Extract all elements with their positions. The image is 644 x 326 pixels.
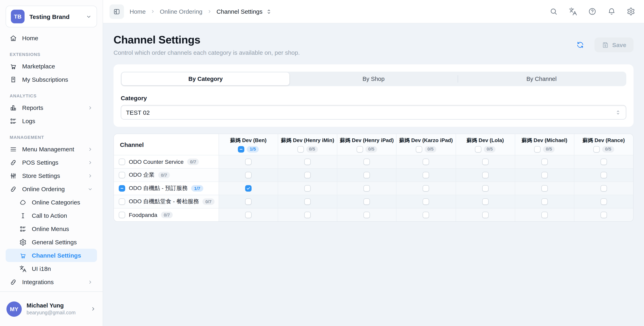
checkbox[interactable] [534, 146, 540, 152]
checkbox[interactable] [297, 146, 304, 152]
sidebar-item-online-categories[interactable]: Online Categories [6, 196, 97, 209]
checkbox[interactable] [364, 198, 370, 205]
sidebar-item-marketplace[interactable]: Marketplace [6, 60, 97, 73]
checkbox[interactable] [364, 172, 370, 178]
breadcrumb-home[interactable]: Home [130, 8, 146, 15]
user-menu[interactable]: MY Michael Yung bearyung@gmail.com [0, 292, 103, 326]
breadcrumb-switch-icon[interactable] [266, 8, 272, 15]
checkbox[interactable] [364, 158, 370, 165]
checkbox[interactable] [245, 198, 252, 205]
sidebar-item-online-menus[interactable]: Online Menus [6, 222, 97, 236]
checkbox[interactable] [423, 212, 429, 218]
count-badge: 0/5 [306, 146, 318, 152]
sidebar-item-label: Menu Management [22, 146, 74, 152]
checkbox[interactable] [245, 172, 252, 178]
checkbox[interactable] [119, 185, 125, 192]
ui-i18n-icon [19, 265, 26, 272]
checkbox[interactable] [416, 146, 422, 152]
checkbox[interactable] [238, 146, 244, 152]
checkbox[interactable] [245, 185, 252, 192]
checkbox[interactable] [304, 198, 311, 205]
checkbox[interactable] [364, 212, 370, 218]
sidebar-item-ui-i18n[interactable]: UI i18n [6, 262, 97, 275]
page-actions: Save [576, 38, 634, 52]
checkbox[interactable] [119, 212, 125, 218]
sidebar-item-general-settings[interactable]: General Settings [6, 236, 97, 249]
save-button[interactable]: Save [594, 38, 634, 52]
sidebar-toggle-button[interactable] [110, 4, 124, 19]
checkbox[interactable] [119, 158, 125, 165]
shop-cell [574, 182, 633, 195]
sidebar-item-call-to-action[interactable]: Call to Action [6, 209, 97, 222]
sidebar-item-online-ordering[interactable]: Online Ordering [6, 182, 97, 196]
sidebar-item-integrations[interactable]: Integrations [6, 275, 97, 288]
help-icon[interactable] [588, 7, 596, 16]
refresh-icon[interactable] [576, 41, 584, 49]
checkbox[interactable] [600, 212, 607, 218]
sidebar-item-home[interactable]: Home [6, 32, 97, 45]
translate-icon[interactable] [569, 7, 577, 16]
breadcrumb: Home Online Ordering Channel Settings [130, 8, 550, 15]
checkbox[interactable] [482, 185, 488, 192]
breadcrumb-online-ordering[interactable]: Online Ordering [160, 8, 202, 15]
category-select[interactable]: TEST 02 [121, 105, 626, 120]
sidebar-item-my-subscriptions[interactable]: My Subscriptions [6, 73, 97, 86]
sidebar-item-pos-settings[interactable]: POS Settings [6, 156, 97, 169]
checkbox[interactable] [304, 172, 311, 178]
checkbox[interactable] [594, 146, 600, 152]
checkbox[interactable] [423, 185, 429, 192]
sidebar-item-menu-management[interactable]: Menu Management [6, 142, 97, 156]
tab-by-shop[interactable]: By Shop [290, 72, 458, 85]
checkbox[interactable] [423, 198, 429, 205]
count-badge: 0/5 [365, 146, 377, 152]
checkbox[interactable] [119, 172, 125, 178]
checkbox[interactable] [541, 198, 548, 205]
checkbox[interactable] [600, 198, 607, 205]
tab-by-category[interactable]: By Category [122, 72, 290, 85]
checkbox[interactable] [600, 185, 607, 192]
checkbox[interactable] [304, 158, 311, 165]
checkbox[interactable] [304, 212, 311, 218]
checkbox[interactable] [475, 146, 482, 152]
shop-cell [396, 182, 456, 195]
count-badge: 0/5 [543, 146, 555, 152]
checkbox[interactable] [600, 172, 607, 178]
checkbox[interactable] [541, 158, 548, 165]
sidebar-item-label: Channel Settings [32, 252, 81, 259]
checkbox[interactable] [245, 158, 252, 165]
checkbox[interactable] [482, 158, 488, 165]
chevron-down-icon [86, 14, 92, 20]
gear-icon[interactable] [627, 7, 635, 16]
checkbox[interactable] [541, 185, 548, 192]
sidebar-item-reports[interactable]: Reports [6, 101, 97, 114]
checkbox[interactable] [482, 212, 488, 218]
tab-by-channel[interactable]: By Channel [458, 72, 626, 85]
checkbox[interactable] [541, 172, 548, 178]
shop-column-header: 蘇媽 Dev (Henry iPad)0/5 [337, 134, 396, 155]
count-badge: 0/7 [161, 212, 173, 218]
sidebar-item-logs[interactable]: Logs [6, 114, 97, 128]
sidebar-item-store-settings[interactable]: Store Settings [6, 169, 97, 182]
checkbox[interactable] [119, 198, 125, 205]
checkbox[interactable] [541, 212, 548, 218]
channel-cell: ODO 自機點 - 預訂服務1/7 [114, 182, 218, 195]
checkbox[interactable] [482, 198, 488, 205]
checkbox[interactable] [600, 158, 607, 165]
shop-cell [218, 182, 278, 195]
checkbox[interactable] [423, 158, 429, 165]
bell-icon[interactable] [607, 7, 616, 16]
brand-avatar: TB [11, 10, 24, 23]
checkbox[interactable] [423, 172, 429, 178]
checkbox[interactable] [245, 212, 252, 218]
sidebar-item-channel-settings[interactable]: Channel Settings [6, 249, 97, 262]
shop-column-header: 蘇媽 Dev (Henry iMin)0/5 [278, 134, 337, 155]
search-icon[interactable] [550, 7, 558, 16]
checkbox[interactable] [482, 172, 488, 178]
brand-switcher[interactable]: TB Testing Brand [6, 6, 97, 27]
checkbox[interactable] [304, 185, 311, 192]
reports-icon [10, 104, 17, 111]
my-subscriptions-icon [10, 76, 17, 83]
category-select-value: TEST 02 [126, 109, 150, 116]
checkbox[interactable] [356, 146, 363, 152]
checkbox[interactable] [364, 185, 370, 192]
